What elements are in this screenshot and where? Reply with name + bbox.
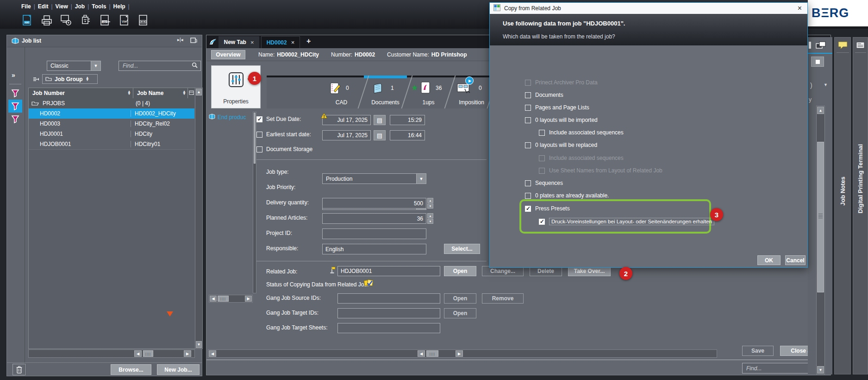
view-mode-button[interactable] xyxy=(811,57,824,67)
stage-documents[interactable]: 1 Documents xyxy=(364,78,407,108)
new-job-document-icon[interactable]: ABC xyxy=(21,14,33,26)
system-settings-icon[interactable] xyxy=(60,14,72,26)
start-date-field[interactable]: Jul 17, 2025 xyxy=(322,130,371,140)
scroll-down-icon[interactable]: ▼ xyxy=(196,341,202,348)
detach-panel-icon[interactable] xyxy=(190,38,197,44)
checkbox-checked[interactable] xyxy=(539,219,545,225)
gang-target-field[interactable] xyxy=(337,308,440,318)
checkbox[interactable] xyxy=(525,80,531,86)
menu-help[interactable]: Help xyxy=(111,3,128,10)
job-list-find[interactable] xyxy=(119,61,201,71)
job-table-hscrollbar[interactable]: ◀ |||| ▶ xyxy=(28,349,195,358)
checkbox[interactable] xyxy=(539,155,545,161)
menu-file[interactable]: File xyxy=(19,3,34,10)
workspace-vscrollbar[interactable]: ▲ ▼ xyxy=(816,106,825,374)
project-id-field[interactable] xyxy=(322,228,426,239)
checkbox[interactable] xyxy=(539,168,545,174)
table-row[interactable]: HDJ0001 HDCity xyxy=(29,129,194,139)
start-date-calendar-button[interactable]: ▤ xyxy=(374,130,386,140)
checkbox[interactable] xyxy=(525,105,531,111)
stepper-up[interactable]: ▲ xyxy=(427,213,433,218)
scroll-up-icon[interactable]: ▲ xyxy=(196,89,202,95)
option-keep-press-presets[interactable]: Druck-Voreinstellungen bei Layout- oder … xyxy=(539,218,714,225)
option-layouts-replaced[interactable]: 0 layouts will be replaced xyxy=(525,142,597,148)
scroll-left-icon[interactable]: ◀ xyxy=(418,350,425,357)
close-icon[interactable]: × xyxy=(250,39,254,46)
new-job-button[interactable]: New Job... xyxy=(157,364,200,375)
scrollbar-thumb[interactable]: |||| xyxy=(426,350,438,357)
filter-funnel-icon[interactable] xyxy=(11,114,20,125)
due-date-calendar-button[interactable]: ▤ xyxy=(374,115,386,125)
checkbox[interactable] xyxy=(525,180,531,186)
stepper-down[interactable]: ▼ xyxy=(427,219,433,224)
option-use-sheet-names[interactable]: Use Sheet Names from Layout of Related J… xyxy=(539,167,662,174)
stage-1ups[interactable]: ★ 36 1ups xyxy=(407,78,450,108)
filter-funnel-icon[interactable] xyxy=(11,89,20,99)
dialog-titlebar[interactable]: Copy from Related Job × xyxy=(490,3,807,14)
scroll-right-icon[interactable]: ▶ xyxy=(245,296,252,302)
gang-target-open-button[interactable]: Open xyxy=(444,308,476,318)
option-layouts-imported[interactable]: 0 layouts will be imported xyxy=(525,117,598,123)
dialog-cancel-button[interactable]: Cancel xyxy=(785,255,806,265)
workspace-hscrollbar[interactable]: ◀ ◀ |||| ▶ xyxy=(208,349,717,358)
column-header-job-number[interactable]: Job Number ▲▼ xyxy=(29,88,133,98)
menu-job[interactable]: Job xyxy=(72,3,87,10)
responsible-select-button[interactable]: Select... xyxy=(444,244,480,254)
dialog-close-button[interactable]: × xyxy=(798,4,802,13)
digital-printing-terminal-side-tab[interactable]: Digital Printing Terminal xyxy=(853,37,868,374)
stage-cad[interactable]: 0 CAD xyxy=(320,78,363,108)
checkbox[interactable] xyxy=(525,142,531,148)
menu-view[interactable]: View xyxy=(53,3,71,10)
scroll-right-icon[interactable]: ▶ xyxy=(184,350,191,357)
import-job-icon[interactable]: ABC xyxy=(99,14,111,26)
scroll-up-icon[interactable]: ▲ xyxy=(817,107,824,114)
scroll-left-icon[interactable]: ◀ xyxy=(134,350,142,357)
scroll-down-icon[interactable]: ▼ xyxy=(817,366,824,374)
delete-job-button[interactable] xyxy=(12,364,25,375)
document-storage-checkbox[interactable] xyxy=(256,146,262,152)
menu-tools[interactable]: Tools xyxy=(89,3,109,10)
scrollbar-thumb[interactable] xyxy=(817,142,824,292)
expand-filters-chevron[interactable]: » xyxy=(12,71,15,79)
print-icon[interactable] xyxy=(41,14,52,26)
group-by-select[interactable]: Job Group ▲▼ xyxy=(42,74,98,84)
scroll-left-icon[interactable]: ◀ xyxy=(210,296,217,302)
start-time-field[interactable]: 16:44 xyxy=(390,130,425,140)
dialog-ok-button[interactable]: OK xyxy=(757,255,781,265)
stepper-down[interactable]: ▼ xyxy=(427,203,433,209)
filter-funnel-selected[interactable] xyxy=(8,100,22,113)
save-button[interactable]: Save xyxy=(742,346,774,356)
option-plates-available[interactable]: 0 plates are already available. xyxy=(525,192,609,199)
related-job-open-button[interactable]: Open xyxy=(444,266,476,276)
add-tab-button[interactable]: + xyxy=(306,37,311,45)
due-time-field[interactable]: 15:29 xyxy=(390,115,425,125)
chevron-down-icon[interactable]: ▼ xyxy=(824,82,828,87)
related-job-field[interactable]: HDJOB0001 xyxy=(337,266,440,276)
gang-source-open-button[interactable]: Open xyxy=(444,293,476,304)
job-group-row[interactable]: PRJOBS (0 | 4) xyxy=(29,98,194,109)
overview-button[interactable]: Overview xyxy=(211,50,245,59)
job-ticket-icon[interactable]: W xyxy=(119,14,130,26)
add-column-icon[interactable] xyxy=(189,90,194,96)
stepper-up[interactable]: ▲ xyxy=(427,198,433,203)
due-date-field[interactable]: Jul 17, 2025 xyxy=(322,115,371,125)
job-type-select[interactable]: Production▼ xyxy=(322,173,426,184)
view-select[interactable]: Classic ▼ xyxy=(47,61,101,71)
tree-collapse-icon[interactable] xyxy=(33,76,39,83)
gang-source-field[interactable] xyxy=(337,293,440,304)
option-press-presets[interactable]: Press Presets xyxy=(525,205,570,212)
machine-settings-icon[interactable] xyxy=(80,14,91,26)
tree-hscrollbar[interactable]: ◀ |||| ▶ xyxy=(209,295,253,303)
tab-new-tab[interactable]: New Tab × xyxy=(219,36,259,48)
option-documents[interactable]: Documents xyxy=(525,92,563,98)
job-list-find-input[interactable] xyxy=(122,62,192,70)
tree-vscrollbar[interactable] xyxy=(253,112,256,293)
tree-item-end-product[interactable]: End produc xyxy=(209,113,253,121)
sort-icon[interactable]: ▲▼ xyxy=(182,91,186,95)
option-prinect-archiver[interactable]: Prinect Archiver Pro Data xyxy=(525,79,598,86)
gang-source-remove-button[interactable]: Remove xyxy=(482,293,524,304)
column-header-job-name[interactable]: Job Name ▲▼ xyxy=(133,88,188,98)
table-row[interactable]: HD0003 HDCity_Rel02 xyxy=(29,119,194,129)
job-chain-icon[interactable] xyxy=(138,14,150,26)
job-table-vscrollbar[interactable]: ▲ ▼ xyxy=(195,88,203,349)
